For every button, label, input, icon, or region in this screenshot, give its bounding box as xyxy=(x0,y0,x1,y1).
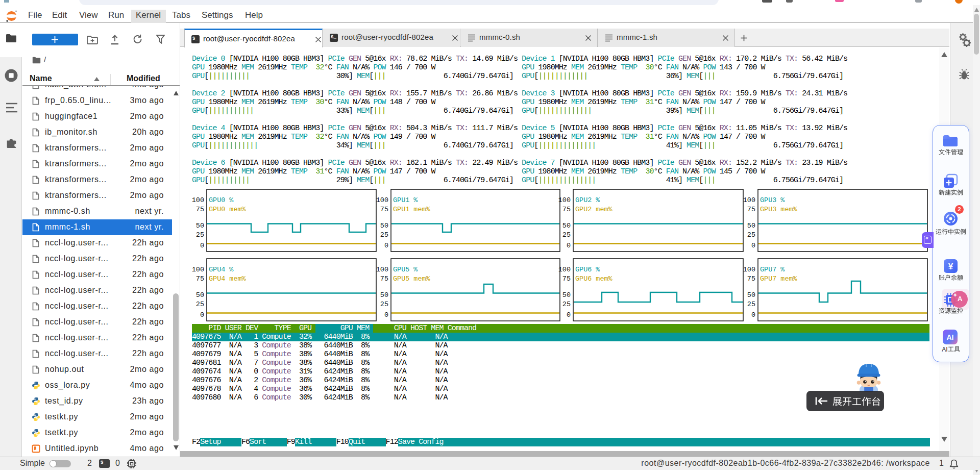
svg-text:50: 50 xyxy=(747,222,755,230)
svg-text:0: 0 xyxy=(200,242,204,249)
svg-text:50: 50 xyxy=(747,291,755,299)
svg-text:100: 100 xyxy=(376,196,388,204)
svg-text:75: 75 xyxy=(562,275,571,283)
svg-text:25: 25 xyxy=(380,231,388,239)
svg-text:GPU5 mem%: GPU5 mem% xyxy=(393,275,431,283)
svg-text:25: 25 xyxy=(196,231,204,239)
svg-text:25: 25 xyxy=(196,301,204,308)
svg-text:GPU2 mem%: GPU2 mem% xyxy=(575,206,613,213)
svg-text:50: 50 xyxy=(562,222,571,230)
svg-text:50: 50 xyxy=(196,222,204,230)
svg-text:GPU6 %: GPU6 % xyxy=(575,266,600,273)
svg-text:75: 75 xyxy=(380,275,388,283)
svg-text:GPU0 mem%: GPU0 mem% xyxy=(209,206,247,213)
svg-text:75: 75 xyxy=(380,206,388,213)
svg-text:GPU5 %: GPU5 % xyxy=(393,266,418,273)
svg-text:50: 50 xyxy=(562,291,571,299)
svg-text:0: 0 xyxy=(384,311,388,319)
svg-text:0: 0 xyxy=(567,311,571,319)
svg-text:¥: ¥ xyxy=(948,262,953,271)
svg-text:GPU3 %: GPU3 % xyxy=(760,196,785,204)
svg-text:GPU0 %: GPU0 % xyxy=(209,196,234,204)
svg-text:75: 75 xyxy=(562,206,571,213)
svg-text:GPU2 %: GPU2 % xyxy=(575,196,600,204)
svg-text:75: 75 xyxy=(196,206,204,213)
svg-text:0: 0 xyxy=(384,242,388,249)
svg-text:AI: AI xyxy=(947,333,954,341)
svg-text:0: 0 xyxy=(751,311,755,319)
svg-text:GPU3 mem%: GPU3 mem% xyxy=(760,206,798,213)
svg-text:75: 75 xyxy=(747,275,755,283)
svg-text:50: 50 xyxy=(380,222,388,230)
svg-text:75: 75 xyxy=(196,275,204,283)
svg-text:100: 100 xyxy=(743,266,755,273)
svg-text:GPU4 %: GPU4 % xyxy=(209,266,234,273)
svg-text:50: 50 xyxy=(196,291,204,299)
svg-text:25: 25 xyxy=(747,301,755,308)
svg-text:50: 50 xyxy=(380,291,388,299)
svg-text:GPU6 mem%: GPU6 mem% xyxy=(575,275,613,283)
svg-text:100: 100 xyxy=(192,266,204,273)
svg-text:100: 100 xyxy=(192,196,204,204)
svg-text:GPU7 %: GPU7 % xyxy=(760,266,785,273)
svg-text:25: 25 xyxy=(562,231,571,239)
svg-text:25: 25 xyxy=(380,301,388,308)
svg-text:0: 0 xyxy=(751,242,755,249)
svg-text:25: 25 xyxy=(562,301,571,308)
svg-text:100: 100 xyxy=(743,196,755,204)
svg-text:25: 25 xyxy=(747,231,755,239)
svg-text:100: 100 xyxy=(376,266,388,273)
svg-text:GPU4 mem%: GPU4 mem% xyxy=(209,275,247,283)
svg-text:GPU1 mem%: GPU1 mem% xyxy=(393,206,431,213)
svg-text:100: 100 xyxy=(558,266,571,273)
svg-text:GPU1 %: GPU1 % xyxy=(393,196,418,204)
svg-text:0: 0 xyxy=(200,311,204,319)
svg-text:0: 0 xyxy=(567,242,571,249)
svg-text:100: 100 xyxy=(558,196,571,204)
svg-text:75: 75 xyxy=(747,206,755,213)
svg-text:GPU7 mem%: GPU7 mem% xyxy=(760,275,798,283)
